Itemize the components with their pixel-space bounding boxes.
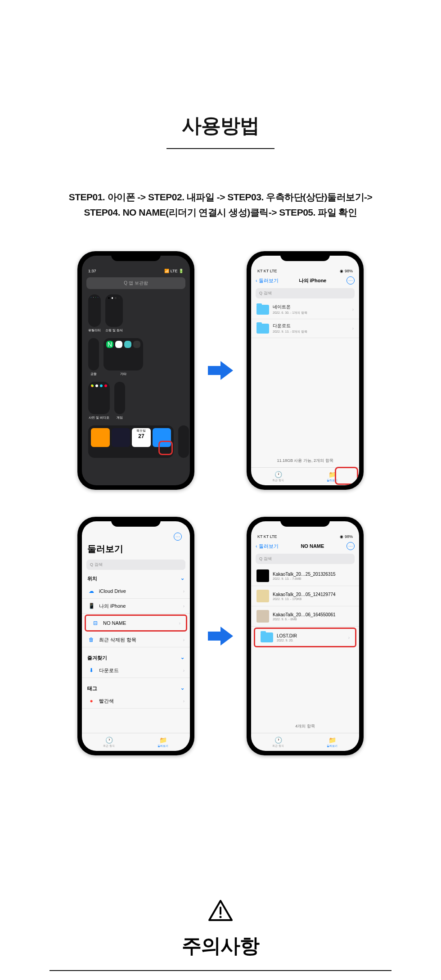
chevron-right-icon: › bbox=[348, 635, 350, 640]
widget-label: 기타 bbox=[104, 372, 143, 376]
tab-recent[interactable]: 🕐 최근 항목 bbox=[82, 733, 136, 751]
more-icon[interactable]: ⋯ bbox=[346, 542, 355, 550]
tab-label: 둘러보기 bbox=[327, 744, 338, 748]
folder-meta: 2022. 6. 30. - 1개의 항목 bbox=[273, 311, 349, 315]
chevron-right-icon: › bbox=[352, 307, 354, 312]
phone-no-name: KT KT LTE ◉ 98% ‹ 둘러보기 NO NAME ⋯ Q 검색 bbox=[247, 517, 364, 755]
storage-text: 11.18GB 사용 가능, 2개의 항목 bbox=[251, 454, 359, 467]
widget-label: 사진 및 비디오 bbox=[88, 415, 110, 420]
chevron-down-icon[interactable]: ⌄ bbox=[180, 575, 184, 582]
section-tags: 태그 bbox=[87, 685, 97, 692]
file-item[interactable]: KakaoTalk_20…06_164550061 2022. 9. 6. - … bbox=[251, 606, 359, 627]
screen-title: NO NAME bbox=[301, 543, 324, 549]
status-battery: ◉ 98% bbox=[340, 534, 353, 539]
favorite-downloads[interactable]: ⬇ 다운로드 › bbox=[82, 663, 190, 678]
folder-meta: 2022. 9. 20. bbox=[277, 639, 345, 642]
location-my-iphone[interactable]: 📱 나의 iPhone › bbox=[82, 599, 190, 614]
tag-red[interactable]: ● 빨간색 › bbox=[82, 694, 190, 709]
file-thumb bbox=[256, 569, 269, 582]
tab-recent[interactable]: 🕐 최근 항목 bbox=[251, 468, 305, 485]
folder-icon: 📁 bbox=[159, 736, 167, 744]
widget-bottom-left[interactable]: 목요일27 bbox=[88, 425, 174, 458]
widget-other[interactable]: N bbox=[104, 338, 143, 370]
folder-icon bbox=[256, 305, 269, 315]
clock-icon: 🕐 bbox=[274, 736, 282, 744]
file-item[interactable]: KakaoTalk_20…05_124129774 2022. 9. 13. -… bbox=[251, 586, 359, 606]
back-button[interactable]: ‹ 둘러보기 bbox=[256, 277, 279, 284]
search-input[interactable]: Q 검색 bbox=[256, 554, 355, 564]
more-icon[interactable]: ⋯ bbox=[174, 533, 182, 541]
file-thumb bbox=[256, 590, 269, 602]
widget-shopping[interactable] bbox=[105, 294, 123, 327]
widget-games[interactable] bbox=[114, 382, 125, 414]
phone-icon: 📱 bbox=[87, 602, 95, 610]
tab-label: 최근 항목 bbox=[103, 744, 115, 748]
steps-line2: STEP04. NO NAME(리더기 연결시 생성)클릭-> STEP05. … bbox=[18, 205, 423, 220]
widget-label: 유틸리티 bbox=[88, 328, 101, 333]
files-app-highlight bbox=[158, 441, 173, 455]
app-library-search[interactable]: Q 앱 보관함 bbox=[86, 277, 185, 289]
file-name: KakaoTalk_20…06_164550061 bbox=[273, 612, 354, 617]
folder-icon bbox=[261, 632, 273, 642]
folder-icon: 📁 bbox=[328, 736, 336, 744]
tab-recent[interactable]: 🕐 최근 항목 bbox=[251, 733, 305, 751]
search-input[interactable]: Q 검색 bbox=[86, 560, 185, 570]
folder-icon bbox=[256, 324, 269, 334]
status-time: 1:37 bbox=[88, 269, 96, 273]
tab-browse[interactable]: 📁 둘러보기 bbox=[136, 733, 190, 751]
warning-underline bbox=[50, 970, 392, 971]
location-no-name[interactable]: ⊟ NO NAME › bbox=[85, 614, 187, 632]
chevron-right-icon: › bbox=[183, 604, 184, 609]
widget-label: 금융 bbox=[88, 372, 99, 376]
folder-meta: 2022. 9. 13. - 0개의 항목 bbox=[273, 330, 349, 334]
section-favorites: 즐겨찾기 bbox=[87, 655, 107, 661]
back-button[interactable]: ‹ 둘러보기 bbox=[256, 543, 279, 550]
widget-utilities[interactable] bbox=[88, 294, 101, 327]
widget-label: 게임 bbox=[114, 415, 125, 420]
browse-title: 둘러보기 bbox=[82, 540, 190, 558]
list-label: 빨간색 bbox=[99, 698, 180, 705]
status-carrier: KT KT LTE bbox=[257, 269, 277, 273]
section-locations: 위치 bbox=[87, 575, 97, 582]
list-label: 최근 삭제된 항목 bbox=[99, 637, 180, 643]
search-input[interactable]: Q 검색 bbox=[256, 288, 355, 298]
folder-nateon[interactable]: 네이트온 2022. 6. 30. - 1개의 항목 › bbox=[251, 300, 359, 319]
folder-downloads[interactable]: 다운로드 2022. 9. 13. - 0개의 항목 › bbox=[251, 319, 359, 338]
list-label: 나의 iPhone bbox=[99, 603, 180, 610]
chevron-right-icon: › bbox=[183, 699, 184, 704]
file-name: KakaoTalk_20…05_124129774 bbox=[273, 592, 354, 597]
chevron-right-icon: › bbox=[183, 668, 184, 673]
tag-dot-icon: ● bbox=[87, 697, 95, 705]
download-icon: ⬇ bbox=[87, 666, 95, 674]
folder-name: 네이트온 bbox=[273, 304, 349, 310]
location-icloud[interactable]: ☁ iCloud Drive › bbox=[82, 584, 190, 599]
clock-icon: 🕐 bbox=[105, 736, 113, 744]
item-count: 4개의 항목 bbox=[251, 720, 359, 733]
widget-finance[interactable] bbox=[88, 338, 99, 370]
file-name: KakaoTalk_20…25_201326315 bbox=[273, 572, 354, 577]
tab-browse[interactable]: 📁 둘러보기 bbox=[305, 733, 359, 751]
widget-photo-video[interactable] bbox=[88, 382, 110, 414]
location-recently-deleted[interactable]: 🗑 최근 삭제된 항목 › bbox=[82, 632, 190, 647]
more-icon[interactable]: ⋯ bbox=[346, 276, 355, 285]
chevron-down-icon[interactable]: ⌄ bbox=[180, 655, 184, 661]
cal-date: 27 bbox=[138, 433, 144, 439]
phone-browse: ⋯ 둘러보기 Q 검색 위치 ⌄ ☁ iCloud Drive bbox=[77, 517, 194, 755]
chevron-down-icon[interactable]: ⌄ bbox=[180, 685, 184, 692]
file-item[interactable]: KakaoTalk_20…25_201326315 2022. 9. 13. -… bbox=[251, 566, 359, 586]
cloud-icon: ☁ bbox=[87, 587, 95, 595]
list-label: 다운로드 bbox=[99, 667, 180, 674]
browse-tab-highlight bbox=[335, 467, 358, 485]
svg-point-1 bbox=[220, 916, 222, 918]
status-icons: 📶 LTE 🔋 bbox=[164, 269, 184, 273]
phone-my-iphone: KT KT LTE ◉ 98% ‹ 둘러보기 나의 iPhone ⋯ Q 검색 bbox=[247, 251, 364, 490]
widget-bottom-right[interactable] bbox=[178, 425, 189, 458]
warning-icon bbox=[18, 899, 423, 927]
screen-title: 나의 iPhone bbox=[299, 277, 327, 284]
status-carrier: KT KT LTE bbox=[257, 534, 277, 539]
folder-lost-dir[interactable]: LOST.DIR 2022. 9. 20. › bbox=[254, 628, 356, 647]
arrow-icon bbox=[208, 627, 233, 646]
tab-label: 최근 항목 bbox=[272, 744, 284, 748]
arrow-icon bbox=[208, 361, 233, 380]
heading-underline bbox=[166, 148, 274, 149]
